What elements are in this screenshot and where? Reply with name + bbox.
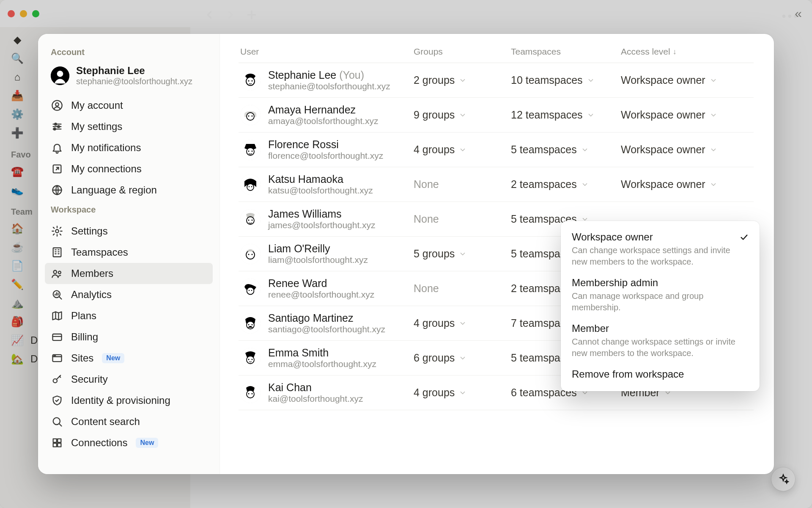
teamspaces-value: 5 teamspaces [511, 144, 577, 156]
svg-point-59 [248, 219, 250, 221]
arrow-up-right-box-icon [51, 163, 63, 175]
nav-item-label: Content search [71, 416, 140, 428]
user-name: Katsu Hamaoka [268, 173, 373, 185]
nav-item-settings[interactable]: Settings [45, 221, 213, 242]
col-groups[interactable]: Groups [414, 47, 511, 57]
access-option[interactable]: Workspace owner Can change workspace set… [563, 227, 757, 273]
settings-modal: Account Stephanie Lee stephanie@toolsfor… [38, 34, 774, 474]
new-badge: New [102, 353, 124, 363]
svg-point-63 [248, 254, 250, 255]
avatar [240, 209, 261, 229]
nav-item-billing[interactable]: Billing [45, 326, 213, 348]
groups-value: 9 groups [414, 109, 455, 121]
grid-icon [51, 436, 63, 449]
groups-cell[interactable]: 4 groups [414, 144, 511, 156]
member-row: Stephanie Lee (You) stephanie@toolsforth… [239, 63, 754, 98]
groups-cell[interactable]: None [414, 282, 511, 295]
teamspaces-cell[interactable]: 2 teamspaces [511, 178, 621, 190]
groups-value: 4 groups [414, 387, 455, 399]
svg-point-68 [251, 290, 252, 291]
globe-icon [51, 184, 63, 196]
access-value: Workspace owner [621, 109, 705, 121]
access-option[interactable]: Member Cannot change workspace settings … [563, 318, 757, 364]
workspace-section-label: Workspace [45, 201, 213, 221]
groups-value: 6 groups [414, 352, 455, 364]
svg-point-64 [252, 254, 253, 255]
nav-item-my-account[interactable]: My account [45, 95, 213, 116]
groups-cell[interactable]: 2 groups [414, 74, 511, 86]
user-cell: Florence Rossi florence@toolsforthought.… [240, 138, 414, 161]
user-name: James Williams [268, 208, 376, 220]
svg-point-48 [252, 115, 253, 116]
nav-item-sites[interactable]: SitesNew [45, 348, 213, 369]
teamspaces-value: 2 teamspaces [511, 178, 577, 190]
groups-cell[interactable]: 4 groups [414, 387, 511, 399]
key-icon [51, 373, 63, 386]
access-value: Workspace owner [621, 144, 705, 156]
user-cell: Amaya Hernandez amaya@toolsforthought.xy… [240, 104, 414, 126]
nav-item-my-settings[interactable]: My settings [45, 116, 213, 137]
nav-item-analytics[interactable]: Analytics [45, 284, 213, 305]
you-tag: (You) [339, 69, 364, 81]
access-cell[interactable]: Workspace owner [621, 109, 752, 121]
svg-point-47 [248, 115, 250, 116]
svg-point-54 [247, 184, 254, 190]
access-level-menu[interactable]: Workspace owner Can change workspace set… [561, 221, 760, 391]
nav-item-security[interactable]: Security [45, 369, 213, 390]
groups-cell[interactable]: 9 groups [414, 109, 511, 121]
groups-cell[interactable]: 4 groups [414, 317, 511, 329]
access-option[interactable]: Membership admin Can manage workspace an… [563, 273, 757, 318]
col-access[interactable]: Access level ↓ [621, 47, 752, 57]
nav-item-label: My notifications [71, 142, 141, 154]
nav-item-language-region[interactable]: Language & region [45, 179, 213, 201]
col-teamspaces[interactable]: Teamspaces [511, 47, 621, 57]
profile-block[interactable]: Stephanie Lee stephanie@toolsforthought.… [45, 63, 213, 95]
browser-icon [51, 352, 63, 364]
svg-point-72 [252, 324, 253, 325]
svg-line-36 [59, 424, 62, 426]
teamspaces-cell[interactable]: 12 teamspaces [511, 109, 621, 121]
access-cell[interactable]: Workspace owner [621, 178, 752, 190]
nav-item-my-notifications[interactable]: My notifications [45, 137, 213, 158]
nav-item-plans[interactable]: Plans [45, 305, 213, 326]
nav-item-content-search[interactable]: Content search [45, 411, 213, 432]
groups-cell[interactable]: 6 groups [414, 352, 511, 364]
nav-item-teamspaces[interactable]: Teamspaces [45, 242, 213, 263]
svg-point-67 [249, 290, 250, 291]
teamspaces-cell[interactable]: 5 teamspaces [511, 144, 621, 156]
nav-item-my-connections[interactable]: My connections [45, 158, 213, 179]
teamspaces-value: 12 teamspaces [511, 109, 583, 121]
user-cell: Katsu Hamaoka katsu@toolsforthought.xyz [240, 173, 414, 196]
col-user[interactable]: User [240, 47, 414, 57]
access-cell[interactable]: Workspace owner [621, 74, 752, 86]
groups-value: None [414, 282, 439, 295]
check-icon [739, 232, 749, 242]
nav-item-label: Security [71, 373, 108, 385]
svg-rect-39 [53, 443, 57, 447]
nav-item-connections[interactable]: ConnectionsNew [45, 432, 213, 453]
nav-item-label: Analytics [71, 289, 112, 301]
nav-item-label: Billing [71, 331, 98, 343]
nav-item-identity-provisioning[interactable]: Identity & provisioning [45, 390, 213, 411]
access-cell[interactable]: Workspace owner [621, 144, 752, 156]
remove-from-workspace[interactable]: Remove from workspace [563, 364, 757, 385]
nav-item-members[interactable]: Members [45, 263, 213, 284]
user-cell: Liam O'Reilly liam@toolsforthought.xyz [240, 243, 414, 265]
access-option-desc: Can manage workspace and group membershi… [572, 290, 749, 313]
user-cell: Stephanie Lee (You) stephanie@toolsforth… [240, 69, 414, 91]
avatar [240, 174, 261, 195]
svg-point-3 [57, 71, 63, 77]
nav-item-label: Plans [71, 310, 96, 322]
groups-value: 5 groups [414, 248, 455, 260]
groups-cell[interactable]: 5 groups [414, 248, 511, 260]
map-icon [51, 309, 63, 322]
nav-item-label: My account [71, 99, 123, 111]
groups-cell[interactable]: None [414, 178, 511, 190]
access-option-title: Membership admin [572, 277, 658, 289]
avatar [240, 70, 261, 91]
nav-item-label: Sites [71, 352, 93, 364]
groups-cell[interactable]: None [414, 213, 511, 225]
svg-point-5 [55, 103, 58, 106]
teamspaces-cell[interactable]: 10 teamspaces [511, 74, 621, 86]
user-cell: Santiago Martinez santiago@toolsforthoug… [240, 312, 414, 334]
